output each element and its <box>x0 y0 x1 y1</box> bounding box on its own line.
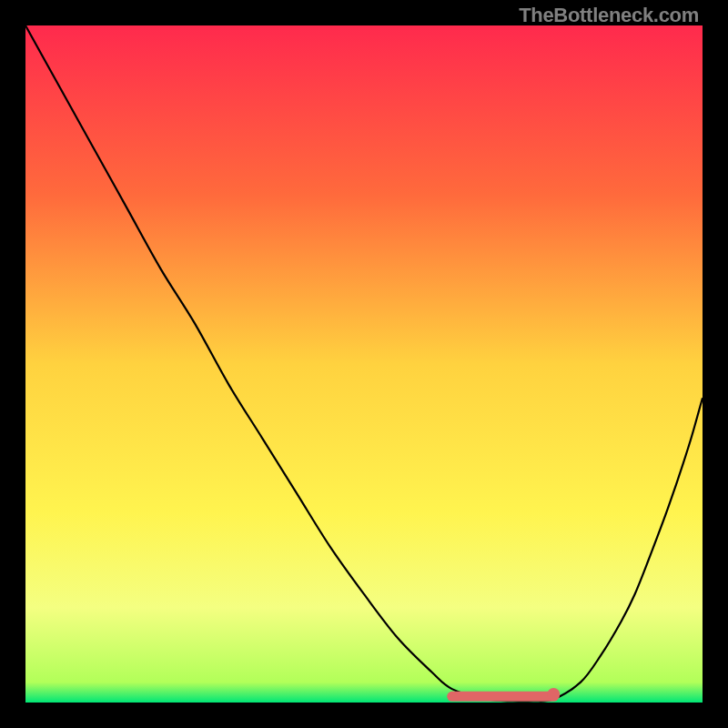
optimal-point-marker <box>547 688 560 701</box>
plot-area <box>25 25 703 703</box>
attribution-label: TheBottleneck.com <box>519 4 699 27</box>
chart-svg <box>25 25 703 703</box>
gradient-background <box>25 25 703 703</box>
chart-frame <box>25 25 703 703</box>
